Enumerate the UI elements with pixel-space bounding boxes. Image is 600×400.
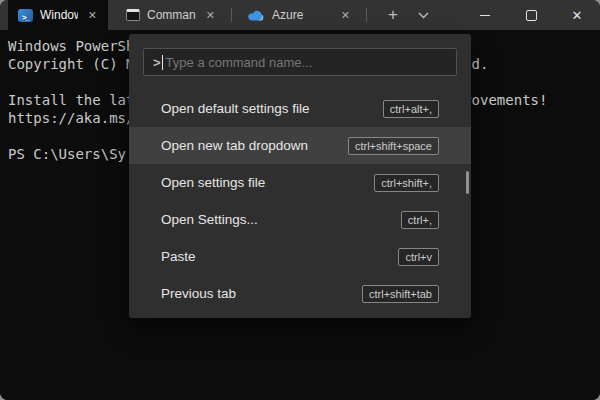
command-prompt-icon	[126, 9, 140, 21]
command-list: Open default settings file ctrl+alt+, Op…	[129, 90, 471, 312]
command-label: Open Settings...	[161, 212, 258, 227]
titlebar-drag-area[interactable]	[438, 0, 462, 30]
titlebar: >_ Windows P ✕ Command ✕ Azure ✕ +	[0, 0, 600, 30]
azure-cloud-icon	[247, 9, 265, 22]
shortcut-badge: ctrl+shift+tab	[362, 285, 439, 303]
command-item-previous-tab[interactable]: Previous tab ctrl+shift+tab	[129, 275, 471, 312]
terminal-window: >_ Windows P ✕ Command ✕ Azure ✕ +	[0, 0, 600, 400]
command-item-paste[interactable]: Paste ctrl+v	[129, 238, 471, 275]
tab-close-icon[interactable]: ✕	[203, 8, 218, 23]
command-item-open-new-tab-dropdown[interactable]: Open new tab dropdown ctrl+shift+space	[129, 127, 471, 164]
command-label: Open settings file	[161, 175, 265, 190]
tab-windows-powershell[interactable]: >_ Windows P ✕	[8, 0, 108, 30]
shortcut-badge: ctrl+alt+,	[383, 100, 439, 118]
command-label: Previous tab	[161, 286, 236, 301]
close-button[interactable]: ✕	[554, 0, 600, 30]
tab-separator	[366, 8, 367, 22]
tab-command-prompt[interactable]: Command ✕	[116, 0, 226, 30]
minimize-icon	[480, 15, 490, 16]
command-search-input[interactable]: > Type a command name...	[143, 48, 457, 76]
command-item-open-settings[interactable]: Open Settings... ctrl+,	[129, 201, 471, 238]
tab-azure[interactable]: Azure ✕	[237, 0, 361, 30]
tab-separator	[231, 8, 232, 22]
chevron-down-icon	[418, 12, 429, 19]
minimize-button[interactable]	[462, 0, 508, 30]
maximize-button[interactable]	[508, 0, 554, 30]
tab-label: Azure	[272, 8, 303, 22]
search-placeholder: Type a command name...	[166, 55, 313, 70]
tab-label: Command	[147, 8, 196, 22]
command-label: Open default settings file	[161, 101, 310, 116]
powershell-icon: >_	[18, 9, 33, 22]
command-item-open-default-settings-file[interactable]: Open default settings file ctrl+alt+,	[129, 90, 471, 127]
maximize-icon	[526, 10, 537, 21]
command-palette: > Type a command name... Open default se…	[129, 34, 471, 318]
tab-close-icon[interactable]: ✕	[338, 8, 353, 23]
prompt-chevron-icon: >	[153, 55, 161, 70]
tab-dropdown-button[interactable]	[408, 0, 438, 30]
tab-close-icon[interactable]: ✕	[85, 8, 100, 23]
shortcut-badge: ctrl+v	[398, 248, 439, 266]
palette-scrollbar[interactable]	[466, 171, 469, 194]
text-cursor	[162, 55, 163, 70]
shortcut-badge: ctrl+shift+space	[348, 137, 439, 155]
command-label: Paste	[161, 249, 196, 264]
tab-label: Windows P	[40, 8, 78, 22]
new-tab-button[interactable]: +	[378, 0, 408, 30]
command-label: Open new tab dropdown	[161, 138, 308, 153]
shortcut-badge: ctrl+shift+,	[374, 174, 439, 192]
shortcut-badge: ctrl+,	[401, 211, 439, 229]
command-item-open-settings-file[interactable]: Open settings file ctrl+shift+,	[129, 164, 471, 201]
